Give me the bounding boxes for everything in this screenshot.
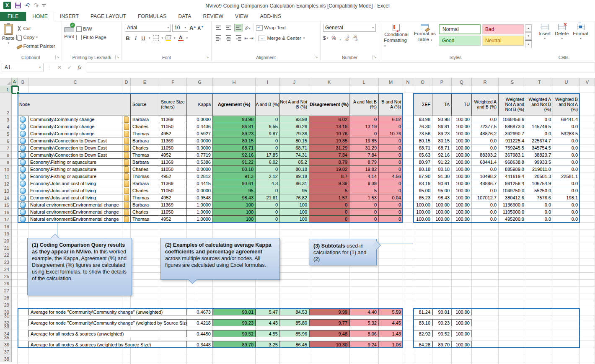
tab-file[interactable]: FILE — [0, 12, 26, 21]
row-header-14[interactable]: 14 — [0, 194, 12, 201]
cell[interactable]: 11050 — [159, 145, 187, 152]
row-header-21[interactable]: 21 — [0, 244, 12, 251]
cell[interactable]: Natural environment\Environmental change — [28, 209, 122, 216]
column-header-Q[interactable]: Q — [452, 78, 472, 86]
cell[interactable]: 90.61 — [213, 180, 256, 187]
cell[interactable]: 0 — [349, 216, 379, 223]
summary-subtotal-cell[interactable]: 84.28 — [413, 341, 432, 348]
copy-button[interactable]: Copy▾ — [16, 33, 55, 41]
format-painter-button[interactable]: Format Painter — [16, 42, 55, 50]
cell[interactable]: 0 — [309, 209, 349, 216]
cell[interactable]: 0 — [309, 216, 349, 223]
formula-input[interactable] — [87, 62, 595, 72]
cell[interactable]: 86.31 — [280, 180, 309, 187]
summary-value-cell[interactable]: 4.45 — [379, 319, 403, 326]
column-header-U[interactable]: U — [553, 78, 580, 86]
cell[interactable]: 392990.7 — [499, 130, 526, 137]
cell[interactable]: 93.98 — [413, 116, 432, 123]
cell[interactable]: 76.30 — [413, 123, 432, 130]
cell[interactable]: 0.0 — [553, 137, 580, 145]
cell[interactable]: 198.1 — [553, 194, 580, 201]
cell[interactable]: Natural environment\Environmental change — [28, 201, 122, 209]
number-dialog-launcher[interactable]: ↘ — [373, 55, 377, 59]
summary-subtotal-cell[interactable]: 90.52 — [432, 330, 452, 337]
cell[interactable]: 4.3 — [256, 180, 280, 187]
cell[interactable]: 87.90 — [413, 173, 432, 180]
summary-value-cell[interactable]: 84.53 — [280, 308, 309, 315]
node-icon-cell[interactable] — [18, 166, 28, 173]
column-header-V[interactable]: V — [580, 78, 595, 86]
cell[interactable]: 0.4415 — [187, 180, 213, 187]
column-header-M[interactable]: M — [379, 78, 403, 86]
node-icon-cell[interactable] — [18, 137, 28, 145]
cell[interactable]: 13.19 — [349, 123, 379, 130]
cell[interactable]: 219011.0 — [526, 166, 553, 173]
cell[interactable]: Economy\Jobs and cost of living — [28, 180, 122, 187]
summary-label-cell[interactable]: Average for all nodes & sources (weighte… — [28, 341, 187, 348]
cell[interactable]: 0 — [256, 166, 280, 173]
increase-indent-button[interactable]: ⇥ — [249, 36, 253, 41]
italic-button[interactable]: I — [133, 35, 138, 41]
font-size-select[interactable]: 10▾ — [172, 24, 188, 32]
fill-color-button[interactable] — [166, 35, 171, 41]
cell[interactable]: 100.00 — [452, 123, 472, 130]
cell[interactable]: 19.82 — [349, 166, 379, 173]
column-header-F[interactable]: F — [159, 78, 187, 86]
cell[interactable]: 83.19 — [413, 180, 432, 187]
cell[interactable]: 98.43 — [432, 194, 452, 201]
cell[interactable]: 79.36 — [280, 130, 309, 137]
cell[interactable]: 0.0 — [553, 209, 580, 216]
cell[interactable]: 80.97 — [413, 159, 432, 166]
node-icon-cell[interactable] — [18, 216, 28, 223]
table-header-cell[interactable]: Agreement (%) — [213, 93, 256, 116]
column-header-B[interactable]: B — [18, 78, 28, 86]
summary-value-cell[interactable]: 4.40 — [349, 308, 379, 315]
cell[interactable]: 89.23 — [432, 130, 452, 137]
tab-insert[interactable]: INSERT — [54, 12, 85, 21]
cell[interactable]: 0.0 — [553, 216, 580, 223]
cell[interactable]: 1.57 — [309, 194, 349, 201]
cell[interactable]: 38823.7 — [526, 152, 553, 159]
cell[interactable]: 7576.6 — [526, 194, 553, 201]
cell[interactable]: 21.61 — [256, 194, 280, 201]
cell[interactable]: 2.12 — [256, 173, 280, 180]
summary-value-cell[interactable]: 5.59 — [379, 308, 403, 315]
cell[interactable]: 31.29 — [349, 145, 379, 152]
cell[interactable]: 100.00 — [413, 201, 432, 209]
cell[interactable]: 885989.0 — [499, 166, 526, 173]
cell[interactable]: 10.76 — [309, 130, 349, 137]
cell[interactable]: 93.98 — [280, 116, 309, 123]
document-icon-cell[interactable] — [122, 194, 131, 201]
cell[interactable]: 106754.9 — [526, 180, 553, 187]
align-left-button[interactable] — [214, 34, 223, 43]
cell[interactable]: Barbara — [131, 180, 159, 187]
column-header-A[interactable]: A — [12, 78, 18, 86]
document-icon-cell[interactable] — [122, 209, 131, 216]
cell[interactable]: 0.0000 — [187, 187, 213, 194]
cell[interactable]: 0.0 — [526, 201, 553, 209]
summary-value-cell[interactable]: 9.24 — [349, 341, 379, 348]
table-header-cell[interactable]: Weighted B and Not A (%) — [553, 93, 580, 116]
table-header-cell[interactable]: Weighted A and B (%) — [472, 93, 499, 116]
node-icon-cell[interactable] — [18, 180, 28, 187]
cell[interactable]: 100.00 — [452, 180, 472, 187]
cell[interactable]: Barbara — [131, 137, 159, 145]
cell[interactable]: 100.00 — [452, 201, 472, 209]
bw-checkbox[interactable]: B/W — [76, 26, 106, 32]
cell[interactable]: 68441.4 — [472, 159, 499, 166]
orientation-button[interactable]: ab▾ — [244, 25, 251, 30]
cell[interactable]: 65.23 — [413, 194, 432, 201]
cell[interactable]: 19.85 — [349, 137, 379, 145]
cell[interactable]: 86.81 — [213, 123, 256, 130]
cell[interactable]: 981258.4 — [499, 180, 526, 187]
cell[interactable]: 0 — [379, 123, 403, 130]
cell[interactable]: 76.82 — [280, 194, 309, 201]
document-icon-cell[interactable] — [122, 159, 131, 166]
node-icon-cell[interactable] — [18, 145, 28, 152]
cell[interactable]: 100.00 — [452, 130, 472, 137]
document-icon-cell[interactable] — [122, 173, 131, 180]
summary-value-cell[interactable]: 90.52 — [213, 330, 256, 337]
cell[interactable]: 1136900.0 — [499, 201, 526, 209]
cell[interactable]: 100.00 — [432, 216, 452, 223]
cell[interactable]: 1.53 — [349, 194, 379, 201]
